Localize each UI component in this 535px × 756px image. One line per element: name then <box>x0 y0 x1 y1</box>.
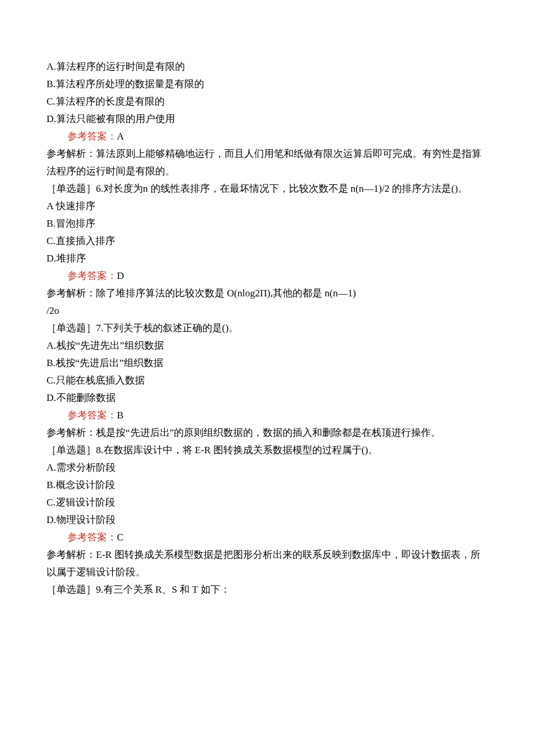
q8-answer: 参考答案：C <box>47 529 488 546</box>
answer-value: B <box>117 410 123 421</box>
q6-option-a: A 快速排序 <box>47 198 488 215</box>
q5-option-a: A.算法程序的运行时间是有限的 <box>47 58 488 76</box>
answer-label: 参考答案： <box>67 131 117 142</box>
q7-option-c: C.只能在栈底插入数据 <box>47 372 488 389</box>
answer-label: 参考答案： <box>67 410 117 421</box>
answer-label: 参考答案： <box>67 270 117 281</box>
q7-prompt: ［单选题］7.下列关于栈的叙述正确的是()。 <box>47 320 488 337</box>
q6-option-d: D.堆排序 <box>47 250 488 267</box>
q8-option-d: D.物理设计阶段 <box>47 511 488 529</box>
answer-value: A <box>117 131 124 142</box>
q6-option-c: C.直接插入排序 <box>47 232 488 250</box>
answer-value: C <box>117 532 123 543</box>
q7-option-a: A.栈按“先进先出”组织数据 <box>47 337 488 354</box>
q6-explain-l1: 参考解析：除了堆排序算法的比较次数是 O(nlog2Π),其他的都是 n(n—1… <box>47 285 488 302</box>
answer-value: D <box>117 270 124 281</box>
q5-option-b: B.算法程序所处理的数据量是有限的 <box>47 76 488 93</box>
q5-option-c: C.算法程序的长度是有限的 <box>47 93 488 110</box>
q6-answer: 参考答案：D <box>47 267 488 285</box>
q6-explain-l2: /2o <box>47 302 488 320</box>
answer-label: 参考答案： <box>67 532 117 543</box>
q7-answer: 参考答案：B <box>47 407 488 424</box>
q6-option-b: B.冒泡排序 <box>47 215 488 232</box>
q5-answer: 参考答案：A <box>47 128 488 145</box>
q7-option-b: B.栈按“先进后出”组织数据 <box>47 354 488 372</box>
q8-option-c: C.逻辑设计阶段 <box>47 494 488 511</box>
q5-explain: 参考解析：算法原则上能够精确地运行，而且人们用笔和纸做有限次运算后即可完成。有穷… <box>47 145 488 180</box>
document-page: A.算法程序的运行时间是有限的 B.算法程序所处理的数据量是有限的 C.算法程序… <box>0 0 535 715</box>
q6-prompt: ［单选题］6.对长度为n 的线性表排序，在最坏情况下，比较次数不是 n(n—1)… <box>47 180 488 198</box>
q8-option-b: B.概念设计阶段 <box>47 476 488 494</box>
q8-prompt: ［单选题］8.在数据库设计中，将 E-R 图转换成关系数据模型的过程属于()。 <box>47 442 488 459</box>
q9-prompt: ［单选题］9.有三个关系 R、S 和 T 如下： <box>47 581 488 599</box>
q7-option-d: D.不能删除数据 <box>47 389 488 407</box>
q8-option-a: A.需求分析阶段 <box>47 459 488 476</box>
q8-explain: 参考解析：E-R 图转换成关系模型数据是把图形分析出来的联系反映到数据库中，即设… <box>47 546 488 581</box>
q5-option-d: D.算法只能被有限的用户使用 <box>47 110 488 128</box>
q7-explain: 参考解析：栈是按“先进后出”的原则组织数据的，数据的插入和删除都是在栈顶进行操作… <box>47 424 488 442</box>
